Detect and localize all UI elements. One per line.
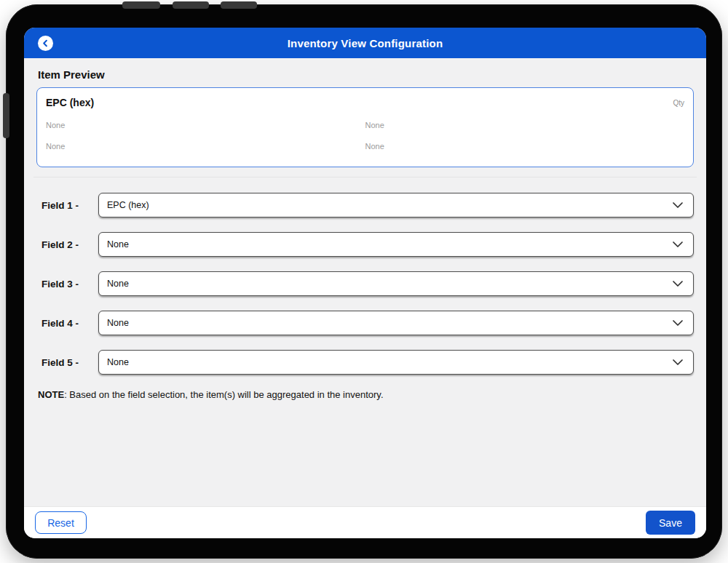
- chevron-down-icon: [672, 280, 684, 287]
- aggregation-note: NOTE: Based on the field selection, the …: [36, 389, 694, 400]
- field-3-value: None: [107, 279, 129, 289]
- tablet-side-button: [3, 93, 9, 138]
- preview-slot-2: None: [365, 121, 685, 129]
- field-5-dropdown[interactable]: None: [98, 350, 694, 375]
- tablet-top-button-1: [122, 1, 160, 9]
- field-4-label: Field 4 -: [36, 318, 98, 329]
- item-preview-card: EPC (hex) Qty None None None None: [36, 87, 694, 167]
- note-text: : Based on the field selection, the item…: [64, 389, 383, 400]
- field-5-label: Field 5 -: [36, 357, 98, 368]
- field-5-row: Field 5 - None: [36, 350, 694, 375]
- preview-slot-grid: None None None None: [46, 121, 684, 151]
- field-3-label: Field 3 -: [36, 279, 98, 290]
- reset-button[interactable]: Reset: [35, 511, 87, 534]
- field-1-row: Field 1 - EPC (hex): [36, 193, 694, 217]
- field-4-row: Field 4 - None: [36, 311, 694, 335]
- chevron-left-icon: [41, 39, 50, 47]
- item-preview-heading: Item Preview: [38, 68, 694, 81]
- tablet-frame: Inventory View Configuration Item Previe…: [6, 4, 722, 559]
- tablet-top-button-3: [221, 1, 257, 9]
- chevron-down-icon: [672, 359, 684, 366]
- tablet-top-button-2: [173, 1, 209, 9]
- field-2-dropdown[interactable]: None: [98, 232, 694, 257]
- preview-slot-4: None: [365, 142, 685, 151]
- note-label: NOTE: [38, 389, 64, 400]
- preview-qty-label: Qty: [673, 97, 684, 107]
- footer-bar: Reset Save: [24, 506, 706, 538]
- section-divider: [33, 177, 697, 177]
- field-1-dropdown[interactable]: EPC (hex): [98, 193, 694, 217]
- field-2-label: Field 2 -: [36, 239, 98, 250]
- field-4-value: None: [107, 318, 129, 328]
- field-4-dropdown[interactable]: None: [98, 311, 694, 335]
- app-header: Inventory View Configuration: [24, 28, 706, 58]
- preview-slot-3: None: [46, 142, 365, 151]
- field-5-value: None: [107, 357, 129, 367]
- field-3-dropdown[interactable]: None: [98, 271, 694, 296]
- save-button[interactable]: Save: [646, 511, 695, 535]
- field-3-row: Field 3 - None: [36, 271, 694, 296]
- field-1-value: EPC (hex): [107, 200, 149, 210]
- chevron-down-icon: [672, 201, 684, 209]
- field-1-label: Field 1 -: [36, 200, 98, 211]
- back-button[interactable]: [38, 36, 53, 51]
- preview-primary-field: EPC (hex): [46, 97, 94, 108]
- chevron-down-icon: [672, 319, 684, 327]
- chevron-down-icon: [672, 241, 684, 248]
- app-screen: Inventory View Configuration Item Previe…: [24, 28, 706, 538]
- field-2-value: None: [107, 239, 129, 249]
- content-area: Item Preview EPC (hex) Qty None None Non…: [24, 58, 706, 506]
- field-2-row: Field 2 - None: [36, 232, 694, 257]
- page-title: Inventory View Configuration: [24, 37, 706, 49]
- preview-slot-1: None: [46, 121, 365, 129]
